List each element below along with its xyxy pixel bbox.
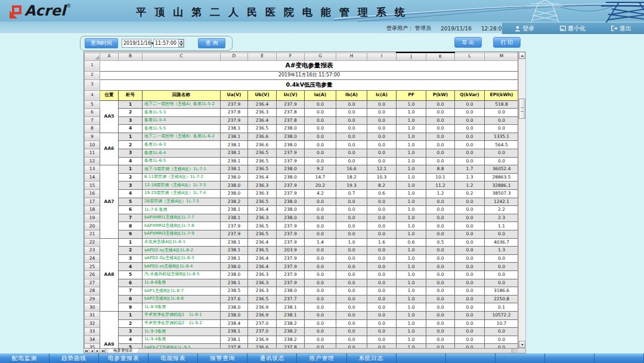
row-number[interactable]: 31 [85, 311, 100, 319]
cabinet-group-cell[interactable]: AA5 [100, 100, 119, 133]
value-cell[interactable]: 0.0 [305, 109, 336, 117]
value-cell[interactable]: 0.0 [305, 344, 336, 349]
row-number[interactable]: 25 [85, 263, 100, 271]
nav-tab-1[interactable]: 趋势曲线 [49, 353, 99, 363]
value-cell[interactable]: 0.0 [336, 116, 367, 125]
row-number[interactable]: 15 [85, 182, 100, 190]
value-cell[interactable]: 0.0 [367, 133, 397, 141]
circuit-name-cell[interactable]: bAP1主楼B区1L-8-7 [143, 287, 221, 296]
value-cell[interactable]: 236.6 [248, 344, 277, 349]
row-number[interactable]: 33 [85, 328, 100, 336]
value-cell[interactable]: 12.1 [367, 165, 397, 174]
circuit-name-cell[interactable]: 12-18层空调（主楼A区）1L-7-3 [143, 182, 221, 190]
value-cell[interactable]: 236.5 [248, 222, 277, 230]
value-cell[interactable]: 16.6 [336, 165, 367, 174]
value-cell[interactable]: 1.0 [397, 133, 426, 141]
value-cell[interactable]: 0.0 [426, 279, 455, 287]
value-cell[interactable]: 1.0 [397, 270, 426, 279]
column-letter-A[interactable]: A [100, 53, 119, 60]
value-cell[interactable]: 0.0 [426, 230, 455, 239]
value-cell[interactable]: 0.0 [485, 279, 519, 287]
value-cell[interactable]: 10.1 [426, 173, 455, 182]
row-number[interactable]: 27 [85, 279, 100, 287]
value-cell[interactable]: 236.5 [248, 149, 277, 158]
value-cell[interactable]: 0.0 [455, 125, 485, 133]
value-cell[interactable]: 238.1 [221, 141, 248, 149]
value-cell[interactable]: 238.1 [221, 254, 248, 263]
column-letter-B[interactable]: B [119, 53, 143, 60]
value-cell[interactable]: 0.0 [305, 254, 336, 263]
login-button[interactable]: 登录 [515, 24, 534, 33]
column-header-6[interactable]: Ia(A) [305, 90, 336, 100]
row-number[interactable]: 29 [85, 295, 100, 303]
circuit-number-cell[interactable]: 1 [119, 238, 143, 247]
value-cell[interactable]: 238.0 [221, 270, 248, 279]
value-cell[interactable]: 238.1 [277, 303, 305, 312]
value-cell[interactable]: 0.0 [336, 222, 367, 230]
next-sheet-button[interactable] [95, 349, 100, 353]
value-cell[interactable]: 0.0 [485, 254, 519, 263]
value-cell[interactable]: 1.0 [397, 247, 426, 255]
value-cell[interactable]: 0.0 [336, 270, 367, 279]
value-cell[interactable]: 4.2 [305, 190, 336, 198]
value-cell[interactable]: 0.0 [367, 270, 397, 279]
value-cell[interactable]: 19.3 [336, 182, 367, 190]
circuit-name-cell[interactable]: 备用1L-6-3 [143, 141, 221, 149]
circuit-name-cell[interactable]: 1L-8-9备用 [143, 303, 221, 312]
circuit-name-cell[interactable]: bAP2主楼B区1L-8-8 [143, 295, 221, 303]
column-header-12[interactable]: EPI(kWh) [485, 90, 519, 100]
circuit-number-cell[interactable]: 3 [119, 149, 143, 158]
value-cell[interactable]: 0.0 [485, 149, 519, 158]
row-number[interactable]: 32 [85, 319, 100, 328]
value-cell[interactable]: 0.0 [426, 100, 455, 109]
value-cell[interactable]: 236.3 [248, 190, 277, 198]
circuit-number-cell[interactable]: 5 [119, 198, 143, 206]
nav-tab-empty-0[interactable] [397, 353, 446, 363]
column-header-3[interactable]: Ua(V) [221, 90, 248, 100]
value-cell[interactable]: 0.0 [336, 319, 367, 328]
value-cell[interactable]: 0.0 [336, 198, 367, 206]
circuit-number-cell[interactable]: 2 [119, 141, 143, 149]
nav-tab-empty-4[interactable] [595, 353, 644, 363]
value-cell[interactable]: 8.8 [426, 165, 455, 174]
value-cell[interactable]: 237.9 [277, 238, 305, 247]
value-cell[interactable]: 0.0 [367, 230, 397, 239]
value-cell[interactable]: 0.0 [336, 230, 367, 239]
circuit-number-cell[interactable]: 4 [119, 190, 143, 198]
vertical-scrollbar[interactable] [518, 51, 526, 349]
value-cell[interactable]: 0.0 [305, 287, 336, 296]
value-cell[interactable]: 236.3 [248, 287, 277, 296]
report-datetime-cell[interactable]: 2019年11月16日 11:57:00 [100, 71, 519, 79]
circuit-number-cell[interactable]: 5 [119, 270, 143, 279]
value-cell[interactable]: 1.6 [367, 238, 397, 247]
circuit-number-cell[interactable]: 2 [119, 247, 143, 255]
value-cell[interactable]: 0.0 [426, 311, 455, 319]
value-cell[interactable]: 0.0 [455, 279, 485, 287]
value-cell[interactable]: 0.0 [455, 214, 485, 222]
circuit-number-cell[interactable]: 1 [119, 311, 143, 319]
circuit-name-cell[interactable]: 6-11层空调（主楼A区）1L-7-2 [143, 173, 221, 182]
value-cell[interactable]: 238.1 [221, 206, 248, 214]
circuit-name-cell[interactable]: 19-25层空调（主楼A区）1L-7-4 [143, 190, 221, 198]
value-cell[interactable]: 0.0 [367, 319, 397, 328]
row-number[interactable]: 30 [85, 303, 100, 312]
value-cell[interactable]: 0.0 [367, 109, 397, 117]
value-cell[interactable]: 238.0 [221, 173, 248, 182]
circuit-number-cell[interactable]: 7 [119, 214, 143, 222]
value-cell[interactable]: 238.0 [277, 133, 305, 141]
circuit-number-cell[interactable]: 8 [119, 222, 143, 230]
column-header-7[interactable]: Ib(A) [336, 90, 367, 100]
value-cell[interactable]: 237.9 [277, 254, 305, 263]
row-number[interactable]: 10 [85, 141, 100, 149]
circuit-name-cell[interactable]: 地下-5层空调（主楼A区）1L-7-1 [143, 165, 221, 174]
date-picker[interactable]: 2019/11/16 [122, 39, 151, 48]
value-cell[interactable]: 0.0 [426, 157, 455, 165]
circuit-number-cell[interactable]: 3 [119, 254, 143, 263]
tab-split-handle[interactable] [512, 349, 518, 353]
circuit-name-cell[interactable]: 地下二一层照明（主楼B）备用1L-6-2 [143, 133, 221, 141]
value-cell[interactable]: 236.3 [248, 270, 277, 279]
value-cell[interactable]: 237.8 [277, 344, 305, 349]
circuit-name-cell[interactable]: 1L-8-6备用 [143, 279, 221, 287]
value-cell[interactable]: 236.4 [248, 238, 277, 247]
value-cell[interactable]: 237.7 [277, 295, 305, 303]
